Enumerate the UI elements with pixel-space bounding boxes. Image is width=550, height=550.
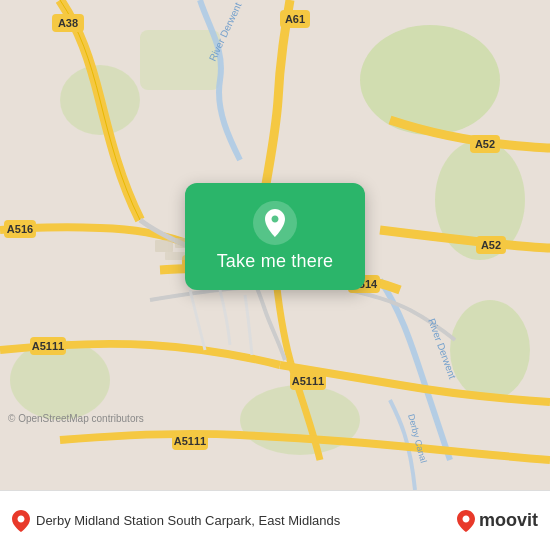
svg-rect-7	[140, 30, 220, 90]
svg-text:A5111: A5111	[174, 435, 206, 447]
svg-text:A516: A516	[7, 223, 33, 235]
svg-text:A5111: A5111	[292, 375, 324, 387]
location-pin-small-icon	[12, 510, 30, 532]
take-me-there-button[interactable]: Take me there	[217, 251, 334, 272]
svg-text:A38: A38	[58, 17, 78, 29]
svg-point-3	[450, 300, 530, 400]
location-card[interactable]: Take me there	[185, 183, 365, 290]
moovit-brand-text: moovit	[479, 510, 538, 531]
svg-point-1	[360, 25, 500, 135]
svg-text:A61: A61	[285, 13, 305, 25]
location-name-text: Derby Midland Station South Carpark, Eas…	[36, 513, 340, 528]
svg-rect-36	[165, 252, 185, 260]
svg-rect-34	[155, 240, 173, 252]
moovit-logo: moovit	[457, 510, 538, 532]
moovit-pin-icon	[457, 510, 475, 532]
location-info: Derby Midland Station South Carpark, Eas…	[12, 510, 457, 532]
svg-text:A5111: A5111	[32, 340, 64, 352]
svg-text:A52: A52	[481, 239, 501, 251]
map-attribution: © OpenStreetMap contributors	[8, 413, 144, 424]
bottom-bar: Derby Midland Station South Carpark, Eas…	[0, 490, 550, 550]
map-view: A38 A61 A52 A52 A516 A514 A514 A6 A5111 …	[0, 0, 550, 490]
svg-text:A52: A52	[475, 138, 495, 150]
location-pin-icon	[253, 201, 297, 245]
